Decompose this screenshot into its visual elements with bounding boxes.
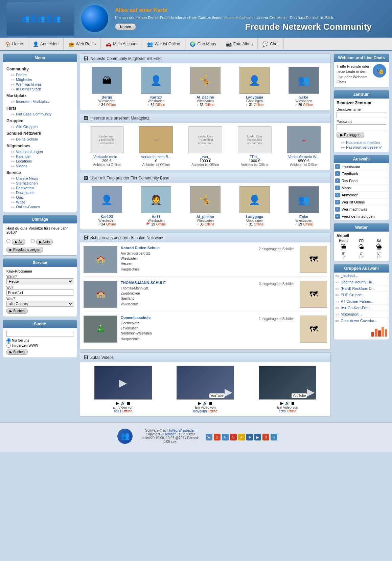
was-select[interactable]: alle Genres xyxy=(6,301,73,307)
market-title-1[interactable]: Verkaufe mein B... xyxy=(137,155,175,159)
footer-hiweb-link[interactable]: HiWeb Wiesbaden xyxy=(167,429,195,432)
video-thumb-0[interactable] xyxy=(94,366,152,400)
market-title-2[interactable]: _wer_ xyxy=(187,155,224,159)
link-unsere-news[interactable]: Unsere News xyxy=(6,176,73,181)
link-downloads[interactable]: Downloads xyxy=(6,190,73,195)
member-name-1[interactable]: Karl23 xyxy=(139,95,173,99)
auswahl-wer-macht-was[interactable]: ✓Wer macht was xyxy=(334,206,389,213)
radio-ganzen-www[interactable]: Im ganzen WWW xyxy=(6,343,73,348)
video-user-link-0[interactable]: aa11 xyxy=(114,409,121,413)
flirt-name-0[interactable]: Kar123 xyxy=(90,215,124,219)
kostenlos-anmelden-link[interactable]: Kostenlos anmelden xyxy=(337,140,386,145)
group-link-2[interactable]: (Hard) Rockfans D... xyxy=(335,286,375,290)
footer-icon-target[interactable]: ⊕ xyxy=(246,434,253,440)
play-button-0[interactable]: ▶ xyxy=(116,401,119,406)
suche-button[interactable]: ▶ Suchen xyxy=(6,349,28,355)
footer-icon-star[interactable]: ★ xyxy=(238,434,245,440)
link-sternzeichen[interactable]: Sternzeichen xyxy=(6,181,73,186)
group-link-3[interactable]: PHP Gruppe... xyxy=(335,293,365,297)
resultat-button[interactable]: ▶ Resultat anzeigen xyxy=(6,247,43,253)
video-user-link-2[interactable]: ecko xyxy=(279,409,286,413)
radio-nur-bei-uns-input[interactable] xyxy=(6,338,11,343)
kino-search-button[interactable]: ▶ Suchen xyxy=(6,308,28,314)
footer-icon-g[interactable]: G xyxy=(222,434,229,440)
volume-button-1[interactable]: 🔊 xyxy=(203,401,208,406)
wo-input[interactable] xyxy=(6,289,73,296)
benutzername-input[interactable] xyxy=(337,112,386,118)
auswahl-wer-ist-online[interactable]: ✓Wer ist Online xyxy=(334,199,389,206)
link-postkarten[interactable]: Postkarten xyxy=(6,186,73,190)
nav-webradio[interactable]: 📻Web Radio xyxy=(64,38,101,50)
footer-icon-d[interactable]: D xyxy=(214,434,221,440)
member-name-3[interactable]: Ladygaga xyxy=(238,95,272,99)
passwort-vergessen-link[interactable]: Passwort vergessen? xyxy=(337,145,386,150)
link-forum[interactable]: Forum xyxy=(6,72,73,77)
link-in-deiner-stadt[interactable]: In Deiner Stadt xyxy=(6,87,73,91)
poll-btn-nein[interactable]: ▶ Nein xyxy=(36,239,53,245)
auswahl-impressum[interactable]: ✓Impressum xyxy=(334,163,389,170)
link-locations[interactable]: Locations xyxy=(6,159,73,164)
suche-input[interactable] xyxy=(6,331,73,337)
stop-button-2[interactable]: ◼ xyxy=(291,401,295,406)
link-inseraten[interactable]: Inseraten Marktplatz xyxy=(6,99,73,104)
nav-chat[interactable]: 💬Chat xyxy=(258,38,283,50)
volume-button-0[interactable]: 🔊 xyxy=(120,401,125,406)
member-name-0[interactable]: Bergs xyxy=(90,95,124,99)
footer-icon-s[interactable]: S xyxy=(230,434,237,440)
auswahl-rss[interactable]: ✓Rss Feed xyxy=(334,177,389,185)
radio-www-input[interactable] xyxy=(6,343,11,348)
school-name-0[interactable]: Konrad Duden Schule xyxy=(121,246,253,250)
nav-home[interactable]: 🏠Home xyxy=(0,38,28,50)
market-title-3[interactable]: TEst_ xyxy=(236,155,273,159)
poll-radio-nein[interactable] xyxy=(31,239,35,243)
link-alle-gruppen[interactable]: Alle Gruppen xyxy=(6,124,73,129)
play-button-2[interactable]: ▶ xyxy=(280,401,283,406)
footer-icon-w[interactable]: W xyxy=(206,434,212,440)
auswahl-anmelden[interactable]: ✓Anmelden xyxy=(334,192,389,199)
footer-icon-g2[interactable]: G xyxy=(271,434,277,440)
flirt-name-3[interactable]: Ladygaga xyxy=(238,215,272,219)
link-deine-schule[interactable]: Deine Schule xyxy=(6,137,73,142)
group-link-5[interactable]: I♥►Go-Kart-Freu... xyxy=(335,306,373,310)
nav-werisonline[interactable]: 👥Wer ist Online xyxy=(142,38,185,50)
poll-btn-ja[interactable]: ▶ Ja xyxy=(12,239,25,245)
video-user-link-1[interactable]: ladygaga xyxy=(193,409,207,413)
footer-icon-play[interactable]: ▶ xyxy=(254,434,261,440)
nav-meinaccount[interactable]: 🚗Mein Account xyxy=(101,38,142,50)
market-title-0[interactable]: Verkaufe mein... xyxy=(88,155,125,159)
flirt-name-4[interactable]: Ecko xyxy=(287,215,321,219)
auswahl-maps[interactable]: ✓Maps xyxy=(334,185,389,192)
link-witze[interactable]: Witze xyxy=(6,200,73,204)
einloggen-button[interactable]: ▶ Einloggen xyxy=(337,132,364,138)
footer-icon-d2[interactable]: d xyxy=(262,434,269,440)
nav-fotoalben[interactable]: 📷Foto Alben xyxy=(221,38,258,50)
group-link-6[interactable]: Motorsport... xyxy=(335,312,362,316)
stop-button-1[interactable]: ◼ xyxy=(209,401,212,406)
school-name-2[interactable]: Comenius­schule xyxy=(121,316,253,320)
nav-geomaps[interactable]: 🌍Geo Maps xyxy=(185,38,221,50)
member-name-4[interactable]: Ecko xyxy=(287,95,321,99)
volume-button-2[interactable]: 🔊 xyxy=(285,401,290,406)
group-link-7[interactable]: Gear-down Coverba... xyxy=(335,319,377,323)
link-quiz[interactable]: Quiz xyxy=(6,195,73,200)
group-link-0[interactable]: _asdasd... xyxy=(335,274,358,278)
flirt-name-2[interactable]: Al_pacino xyxy=(188,215,222,219)
passwort-input[interactable] xyxy=(337,124,386,130)
footer-temper-link[interactable]: Temper xyxy=(164,432,176,436)
link-mitglieder[interactable]: Mitglieder xyxy=(6,77,73,82)
group-link-4[interactable]: PT Cruiser Fahrer... xyxy=(335,299,373,303)
wann-select[interactable]: Heute xyxy=(6,278,73,284)
link-kalender[interactable]: Kalender xyxy=(6,154,73,159)
link-flirt-base[interactable]: Flirt Base Community xyxy=(6,112,73,116)
flirt-name-1[interactable]: Aa11 xyxy=(139,215,173,219)
video-thumb-2[interactable]: YouTube xyxy=(259,366,316,400)
stop-button-0[interactable]: ◼ xyxy=(127,401,130,406)
auswahl-feedback[interactable]: ✓Feedback xyxy=(334,170,389,177)
radio-nur-bei-uns[interactable]: Nur bei uns xyxy=(6,338,73,343)
school-name-1[interactable]: THOMAS-MANN-SCHULE xyxy=(121,281,253,285)
karten-button[interactable]: Karten xyxy=(115,23,136,30)
member-name-2[interactable]: Al_pacino xyxy=(188,95,222,99)
group-link-1[interactable]: Dog the Bounty Hu... xyxy=(335,280,375,284)
nav-anmelden[interactable]: 👤Anmelden xyxy=(28,38,64,50)
auswahl-freunde[interactable]: ✓Freunde hinzufügen xyxy=(334,213,389,220)
